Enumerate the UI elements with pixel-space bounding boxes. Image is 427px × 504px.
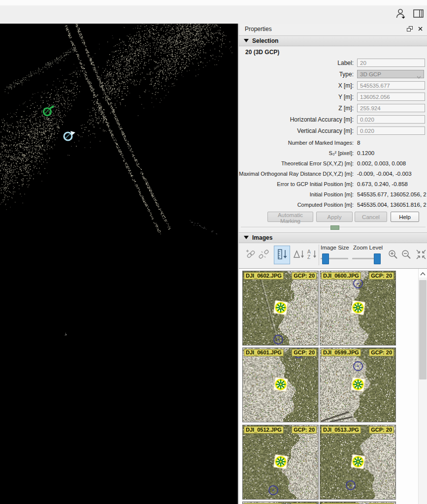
chevron-up-icon xyxy=(420,270,426,277)
image-size-slider-handle[interactable] xyxy=(322,253,329,264)
panel-layout-button[interactable] xyxy=(409,7,423,20)
label-input[interactable] xyxy=(357,59,425,67)
zoom-in-button[interactable] xyxy=(386,246,400,264)
unlink-icon xyxy=(257,255,270,262)
thumbnail-gcp-badge: GCP: 20 xyxy=(292,426,317,434)
thumbnail-dji-0599[interactable]: DJI_0599.JPG GCP: 20 xyxy=(320,347,396,422)
computed-position-caption: Computed Position [m]: xyxy=(239,202,354,208)
selected-item-title: 20 (3D GCP) xyxy=(245,49,279,56)
zoom-level-slider[interactable] xyxy=(352,253,381,264)
thumbnail-filename-badge: DJI_0599.JPG xyxy=(321,349,361,356)
computed-position-value: 545535.004, 136051.816, 256 xyxy=(357,202,427,208)
chevron-down-icon xyxy=(417,73,421,81)
user-icon xyxy=(394,14,407,22)
marked-images-value: 8 xyxy=(357,140,427,146)
thumbnail-dji-0602[interactable]: DJI_0602.JPG GCP: 20 xyxy=(242,271,319,346)
thumbnail-dji-0512[interactable]: DJI_0512.JPG GCP: 20 xyxy=(242,425,319,500)
type-select-value: 3D GCP xyxy=(360,71,381,77)
thumbnail-filename-badge: DJI_0513.JPG xyxy=(321,426,361,434)
horizontal-accuracy-caption: Horizontal Accuracy [m]: xyxy=(239,116,354,123)
theoretical-error-caption: Theoretical Error S(X,Y,Z) [m]: xyxy=(239,160,354,166)
images-toolbar: A Z Image Size Zoom Level xyxy=(239,242,427,268)
vertical-accuracy-input[interactable] xyxy=(357,126,425,135)
center-view-button[interactable] xyxy=(414,246,427,264)
thumbnail-filename-badge: DJI_0600.JPG xyxy=(321,272,361,280)
thumbnail-photo xyxy=(243,271,318,345)
image-size-slider[interactable] xyxy=(321,253,348,264)
thumbnail-gcp-badge: GCP: 20 xyxy=(369,272,394,280)
error-initial-position-caption: Error to GCP Initial Position [m]: xyxy=(239,181,354,187)
thumbnail-gcp-badge: GCP: 20 xyxy=(369,426,394,434)
collapse-triangle-icon xyxy=(244,236,249,239)
thumbnail-gcp-badge: GCP: 20 xyxy=(292,349,317,356)
svg-text:Z: Z xyxy=(307,254,310,260)
panel-splitter[interactable] xyxy=(239,224,427,230)
images-header-label: Images xyxy=(252,234,272,241)
sort-by-distance-button[interactable] xyxy=(274,246,290,264)
properties-panel: Properties xyxy=(238,24,427,504)
help-button[interactable]: Help xyxy=(391,212,419,222)
apply-button[interactable]: Apply xyxy=(316,212,353,222)
images-section-header[interactable]: Images xyxy=(239,232,427,243)
sort-alphabetical-button[interactable]: A Z xyxy=(305,246,319,264)
thumbnail-gcp-badge: GCP: 20 xyxy=(369,349,394,356)
toolbar-separator xyxy=(319,245,319,265)
thumbnail-filename-badge: DJI_0602.JPG xyxy=(244,272,284,280)
selection-header-label: Selection xyxy=(252,37,278,44)
sort-by-marks-button[interactable] xyxy=(292,246,305,264)
collapse-triangle-icon xyxy=(244,39,249,42)
z-input[interactable] xyxy=(357,104,425,112)
y-field-caption: Y [m]: xyxy=(239,94,354,100)
link-images-button[interactable] xyxy=(244,246,258,264)
scrollbar-up-button[interactable] xyxy=(419,269,427,278)
marked-images-caption: Number of Marked Images: xyxy=(239,140,354,146)
horizontal-accuracy-input[interactable] xyxy=(357,115,425,124)
close-panel-button[interactable] xyxy=(416,25,425,33)
thumbnail-photo xyxy=(320,425,395,499)
splitter-grip[interactable] xyxy=(330,225,339,230)
unlink-images-button[interactable] xyxy=(257,246,270,264)
properties-titlebar: Properties xyxy=(239,24,427,35)
thumbnail-gcp-badge: GCP: 20 xyxy=(292,272,317,280)
scrollbar-thumb[interactable] xyxy=(419,280,427,379)
zoom-out-icon xyxy=(400,255,413,262)
top-toolbar xyxy=(0,0,427,24)
thumbnail-dji-0601[interactable]: DJI_0601.JPG GCP: 20 xyxy=(242,347,319,422)
y-input[interactable] xyxy=(357,93,425,101)
thumbnail-photo xyxy=(320,348,395,422)
svg-text:A: A xyxy=(307,249,311,254)
center-view-icon xyxy=(415,255,427,262)
image-size-label: Image Size xyxy=(321,245,349,251)
zoom-level-label: Zoom Level xyxy=(353,245,383,251)
link-icon xyxy=(244,255,257,262)
thumbnail-photo xyxy=(320,271,395,345)
cancel-button[interactable]: Cancel xyxy=(355,212,387,222)
thumbnails-scrollbar[interactable] xyxy=(418,269,427,504)
zoom-level-slider-handle[interactable] xyxy=(374,253,381,264)
theoretical-error-value: 0.002, 0.003, 0.008 xyxy=(357,160,427,166)
application-window: Properties xyxy=(0,0,427,504)
float-icon xyxy=(406,26,413,33)
panel-layout-icon xyxy=(412,14,425,22)
automatic-marking-button[interactable]: Automatic Marking xyxy=(267,212,313,222)
float-panel-button[interactable] xyxy=(405,25,414,33)
thumbnail-photo xyxy=(243,348,318,422)
zoom-out-button[interactable] xyxy=(399,246,413,264)
user-account-button[interactable] xyxy=(392,7,405,20)
thumbnail-dji-0600[interactable]: DJI_0600.JPG GCP: 20 xyxy=(320,271,396,346)
x-field-caption: X [m]: xyxy=(239,82,354,89)
max-ray-distance-caption: Maximal Orthogonal Ray Distance D(X,Y,Z)… xyxy=(239,171,354,177)
thumbnail-partial[interactable] xyxy=(320,502,396,504)
error-initial-position-value: 0.673, 0.240, -0.858 xyxy=(357,181,427,187)
x-input[interactable] xyxy=(357,81,425,90)
pointcloud-viewport[interactable] xyxy=(0,24,238,504)
type-select[interactable]: 3D GCP xyxy=(357,70,424,78)
s0-caption: S₀² [pixel]: xyxy=(239,150,354,156)
sort-marks-icon xyxy=(292,256,306,263)
thumbnail-dji-0513[interactable]: DJI_0513.JPG GCP: 20 xyxy=(320,425,396,500)
selection-section-header[interactable]: Selection xyxy=(239,35,427,46)
thumbnail-partial[interactable] xyxy=(242,502,319,504)
thumbnail-filename-badge: DJI_0512.JPG xyxy=(244,426,284,434)
viewport-markers xyxy=(0,24,238,504)
image-thumbnails-area: DJI_0602.JPG GCP: 20 DJI_0600.JPG GCP: 2… xyxy=(239,268,427,504)
